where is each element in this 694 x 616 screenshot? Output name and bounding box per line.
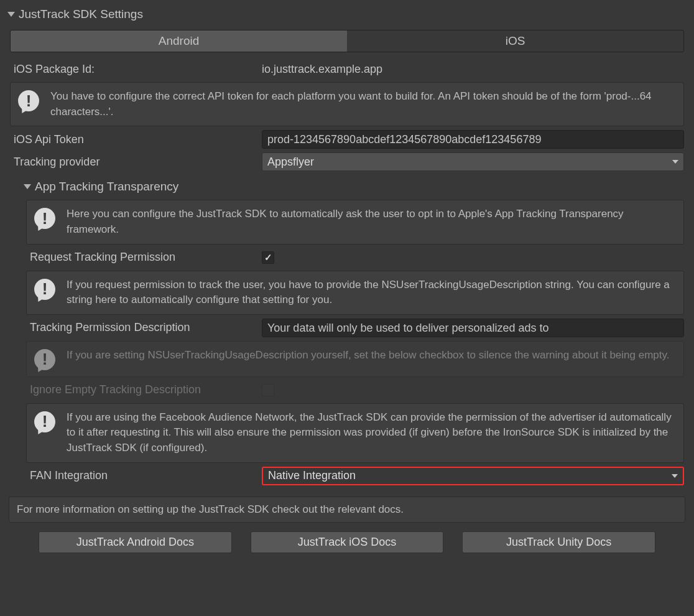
settings-title: JustTrack SDK Settings [19,7,143,21]
chevron-down-icon [7,12,15,17]
info-ns-desc-text: If you request permission to track the u… [67,278,676,308]
chevron-down-icon [672,474,678,478]
ignore-empty-row: Ignore Empty Tracking Description [26,381,684,399]
package-id-row: iOS Package Id: io.justtrack.example.app [10,60,684,78]
request-permission-checkbox[interactable] [262,251,274,264]
att-header[interactable]: App Tracking Transparency [24,177,687,196]
info-icon: ! [34,279,58,300]
docs-button-row: JustTrack Android Docs JustTrack iOS Doc… [7,531,687,553]
chevron-down-icon [672,160,678,164]
info-fan: ! If you are using the Facebook Audience… [26,403,684,463]
att-title: App Tracking Transparency [35,180,178,194]
info-ns-desc: ! If you request permission to track the… [26,271,684,315]
info-att-intro-text: Here you can configure the JustTrack SDK… [67,207,676,237]
footer-note: For more information on setting up the J… [9,497,685,523]
ignore-empty-label: Ignore Empty Tracking Description [26,383,262,396]
request-permission-label: Request Tracking Permission [26,251,262,264]
request-permission-row: Request Tracking Permission [26,248,684,267]
tracking-desc-label: Tracking Permission Description [26,321,262,334]
tracking-provider-label: Tracking provider [10,156,262,169]
tracking-provider-row: Tracking provider Appsflyer [10,152,684,171]
info-api-token: ! You have to configure the correct API … [10,82,684,126]
unity-docs-button[interactable]: JustTrack Unity Docs [462,531,655,553]
tracking-provider-value: Appsflyer [267,156,314,169]
tracking-desc-row: Tracking Permission Description Your dat… [26,319,684,337]
ignore-empty-checkbox [262,384,274,396]
ios-docs-button[interactable]: JustTrack iOS Docs [251,531,444,553]
platform-tabs: Android iOS [10,30,684,52]
tracking-provider-dropdown[interactable]: Appsflyer [262,152,684,171]
package-id-value: io.justtrack.example.app [262,63,684,76]
chevron-down-icon [24,184,31,189]
fan-integration-dropdown[interactable]: Native Integration [262,467,684,485]
info-icon: ! [18,90,42,111]
fan-integration-label: FAN Integration [26,469,262,482]
settings-header[interactable]: JustTrack SDK Settings [7,5,687,24]
att-section: App Tracking Transparency ! Here you can… [24,177,687,485]
tracking-desc-input[interactable]: Your data will only be used to deliver p… [262,319,684,337]
info-fan-text: If you are using the Facebook Audience N… [67,410,676,456]
info-silence-text: If you are setting NSUserTrackingUsageDe… [67,348,676,363]
info-icon: ! [34,349,58,370]
tab-ios[interactable]: iOS [347,30,683,52]
info-api-token-text: You have to configure the correct API to… [50,89,676,119]
fan-integration-row: FAN Integration Native Integration [26,467,684,485]
tab-android[interactable]: Android [11,30,347,52]
info-silence: ! If you are setting NSUserTrackingUsage… [26,341,684,377]
fan-integration-value: Native Integration [268,469,356,482]
info-att-intro: ! Here you can configure the JustTrack S… [26,200,684,244]
info-icon: ! [34,411,58,432]
api-token-input[interactable]: prod-1234567890abcdef1234567890abcdef123… [262,130,684,149]
api-token-row: iOS Api Token prod-1234567890abcdef12345… [10,130,684,149]
info-icon: ! [34,208,58,229]
android-docs-button[interactable]: JustTrack Android Docs [39,531,232,553]
api-token-label: iOS Api Token [10,133,262,146]
package-id-label: iOS Package Id: [10,63,262,76]
